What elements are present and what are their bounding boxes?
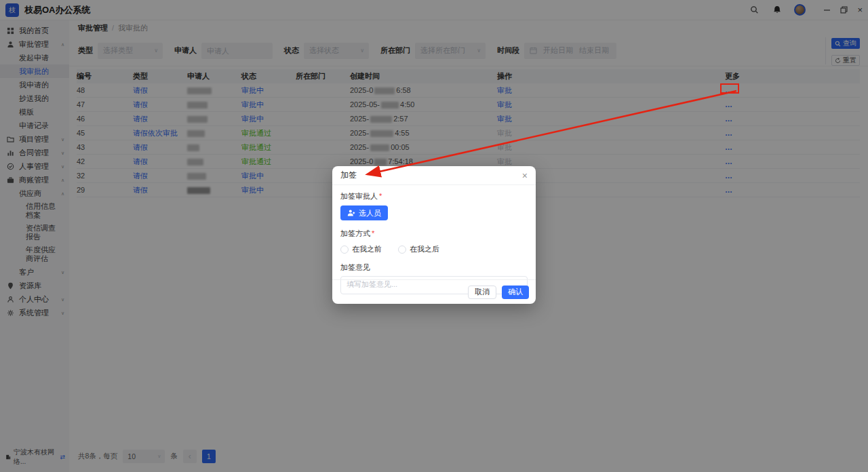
- radio-after-label: 在我之后: [410, 244, 439, 254]
- app-window: 枝 枝易OA办公系统 × 我的首页审批管理∧发起申请我审批的我申请的抄送我的模: [0, 0, 868, 472]
- radio-circle-icon: [340, 245, 349, 254]
- modal-title: 加签: [340, 170, 357, 181]
- radio-before-me[interactable]: 在我之前: [340, 244, 382, 254]
- required-mark: *: [372, 229, 374, 237]
- select-person-button[interactable]: 选人员: [340, 205, 388, 220]
- cancel-button[interactable]: 取消: [468, 286, 496, 299]
- confirm-button[interactable]: 确认: [502, 286, 529, 299]
- radio-before-label: 在我之前: [352, 244, 382, 254]
- method-label: 加签方式*: [340, 229, 528, 239]
- radio-after-me[interactable]: 在我之后: [398, 244, 439, 254]
- required-mark: *: [379, 192, 382, 200]
- method-label-text: 加签方式: [340, 229, 370, 237]
- close-icon[interactable]: ×: [522, 171, 528, 180]
- person-plus-icon: [347, 209, 355, 217]
- modal-footer: 取消 确认: [332, 279, 536, 304]
- method-radio-group: 在我之前 在我之后: [340, 244, 528, 254]
- approver-label: 加签审批人*: [340, 191, 528, 201]
- radio-circle-icon: [398, 245, 406, 254]
- select-person-label: 选人员: [359, 208, 381, 218]
- add-sign-modal: 加签 × 加签审批人* 选人员 加签方式* 在我之前 在我之后: [332, 166, 536, 304]
- modal-header: 加签 ×: [332, 166, 536, 185]
- opinion-label: 加签意见: [340, 262, 528, 273]
- approver-label-text: 加签审批人: [340, 192, 378, 200]
